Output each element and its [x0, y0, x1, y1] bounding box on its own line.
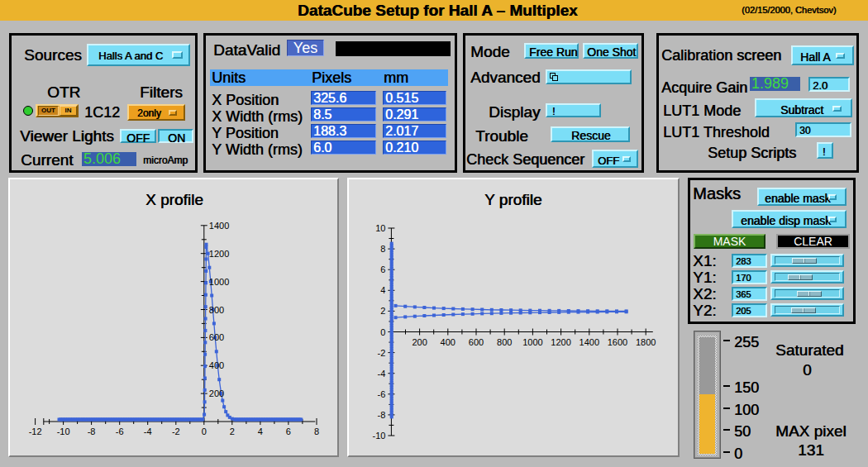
svg-text:4: 4	[258, 426, 263, 436]
svg-text:1000: 1000	[522, 337, 542, 347]
svg-text:1400: 1400	[579, 337, 599, 347]
svg-text:-10: -10	[372, 431, 385, 441]
svg-text:-12: -12	[29, 426, 42, 436]
svg-text:400: 400	[441, 337, 455, 347]
svg-text:2: 2	[380, 306, 385, 316]
svg-text:4: 4	[380, 285, 385, 295]
svg-text:200: 200	[412, 337, 427, 347]
svg-text:8: 8	[314, 426, 319, 436]
svg-text:400: 400	[209, 360, 224, 370]
svg-text:-8: -8	[378, 410, 386, 420]
svg-text:-4: -4	[378, 369, 386, 379]
svg-text:10: 10	[375, 223, 385, 233]
svg-text:8: 8	[380, 244, 385, 254]
svg-text:800: 800	[497, 337, 512, 347]
svg-text:-8: -8	[88, 426, 96, 436]
svg-text:6: 6	[286, 426, 291, 436]
svg-text:-2: -2	[378, 348, 386, 358]
svg-text:1800: 1800	[636, 337, 656, 347]
svg-text:-4: -4	[144, 426, 152, 436]
svg-text:600: 600	[209, 332, 224, 342]
svg-text:600: 600	[469, 337, 484, 347]
svg-text:200: 200	[209, 388, 224, 398]
svg-text:800: 800	[209, 305, 224, 315]
svg-text:0: 0	[202, 426, 207, 436]
svg-text:-6: -6	[378, 389, 386, 399]
svg-text:0: 0	[380, 327, 385, 337]
svg-text:-2: -2	[172, 426, 180, 436]
svg-text:1200: 1200	[551, 337, 570, 347]
svg-text:1200: 1200	[209, 249, 229, 259]
svg-text:6: 6	[380, 264, 385, 274]
svg-text:1000: 1000	[209, 277, 229, 287]
svg-text:1600: 1600	[608, 337, 627, 347]
svg-text:-6: -6	[116, 426, 124, 436]
svg-text:1400: 1400	[209, 221, 229, 231]
svg-text:2: 2	[230, 426, 235, 436]
svg-text:-10: -10	[57, 426, 70, 436]
